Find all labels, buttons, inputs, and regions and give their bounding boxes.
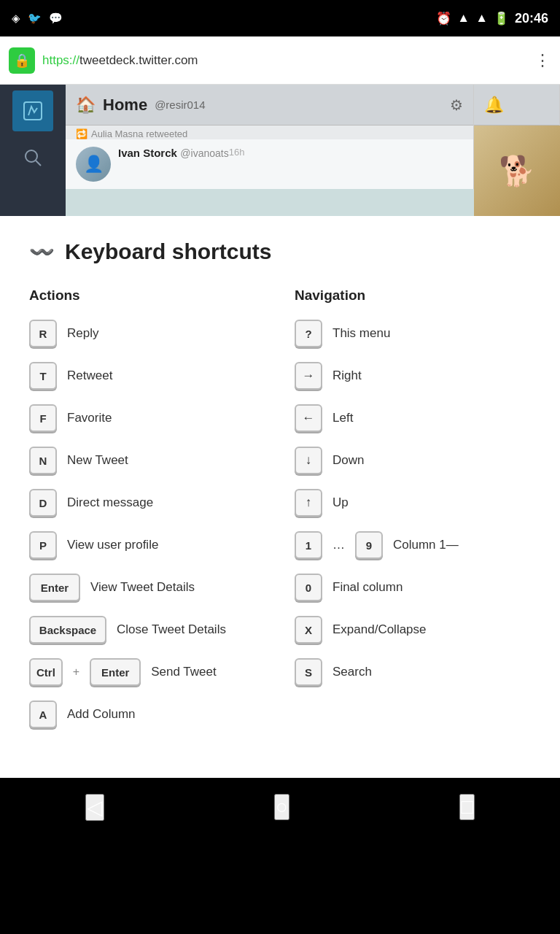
label-right: Right — [332, 368, 362, 383]
key-p: P — [29, 531, 57, 559]
label-retweet: Retweet — [67, 368, 112, 383]
tweet-author: Ivan Storck — [118, 147, 177, 159]
shortcut-retweet: T Retweet — [29, 362, 265, 390]
td-col-2: 🔔 🐕 — [474, 85, 560, 216]
chat-icon: 💬 — [49, 12, 63, 25]
key-1: 1 — [295, 531, 322, 559]
retweet-text: Aulia Masna retweeted — [91, 128, 187, 139]
shortcut-new-tweet: N New Tweet — [29, 447, 265, 474]
shortcuts-grid: Actions R Reply T Retweet F Favorite N N… — [29, 287, 531, 743]
retweet-label: 🔁 Aulia Masna retweeted — [66, 126, 473, 139]
signal-icon: ▲ — [475, 11, 488, 26]
shortcuts-title: Keyboard shortcuts — [65, 239, 271, 264]
shortcut-reply: R Reply — [29, 320, 265, 347]
label-search: Search — [332, 665, 372, 679]
back-button[interactable]: ◁ — [85, 794, 104, 821]
label-column-num: Column 1— — [393, 538, 459, 552]
td-sidebar — [0, 85, 66, 216]
shortcut-close-details: Backspace Close Tweet Details — [29, 616, 265, 644]
bottom-nav: ◁ ○ □ — [0, 778, 560, 836]
label-profile: View user profile — [67, 538, 158, 552]
shortcut-column-num: 1 … 9 Column 1— — [295, 531, 531, 559]
shortcut-send-tweet: Ctrl + Enter Send Tweet — [29, 658, 265, 686]
key-ctrl: Ctrl — [29, 658, 63, 686]
tweet-row: 👤 Ivan Storck @ivanoats 16h — [66, 139, 473, 189]
shortcut-profile: P View user profile — [29, 531, 265, 559]
status-bar: ◈ 🐦 💬 ⏰ ▲ ▲ 🔋 20:46 — [0, 0, 560, 36]
label-expand: Expand/Collapse — [332, 622, 427, 637]
shortcut-final-col: 0 Final column — [295, 574, 531, 601]
shortcut-right: → Right — [295, 362, 531, 390]
navigation-col: Navigation ? This menu → Right ← Left ↓ … — [295, 287, 531, 743]
td-col-1: 🏠 Home @resir014 ⚙ 🔁 Aulia Masna retweet… — [66, 85, 474, 189]
label-dm: Direct message — [67, 495, 153, 510]
key-question: ? — [295, 320, 322, 347]
key-r: R — [29, 320, 57, 347]
recent-button[interactable]: □ — [459, 794, 475, 820]
home-button[interactable]: ○ — [274, 794, 289, 820]
key-enter-2: Enter — [90, 658, 141, 686]
actions-col: Actions R Reply T Retweet F Favorite N N… — [29, 287, 265, 743]
col1-header: 🏠 Home @resir014 ⚙ — [66, 85, 473, 126]
col1-user: @resir014 — [155, 99, 205, 111]
alarm-icon: ⏰ — [436, 11, 451, 26]
label-favorite: Favorite — [67, 411, 112, 425]
twitter-icon: 🐦 — [28, 12, 42, 25]
label-final-col: Final column — [332, 580, 402, 595]
key-s: S — [295, 658, 322, 686]
wave-icon: 〰️ — [29, 240, 55, 264]
shortcuts-panel: 〰️ Keyboard shortcuts Actions R Reply T … — [0, 216, 560, 778]
label-reply: Reply — [67, 326, 98, 341]
label-new-tweet: New Tweet — [67, 453, 128, 468]
status-bar-left: ◈ 🐦 💬 — [12, 12, 63, 25]
shortcut-add-col: A Add Column — [29, 700, 265, 728]
key-arrow-left: ← — [295, 404, 322, 432]
tweetdeck-preview: 1 🏠 Home @resir014 ⚙ 🔁 Aulia Masna retwe… — [0, 85, 560, 216]
key-arrow-up: ↑ — [295, 489, 322, 517]
nav-section-title: Navigation — [295, 287, 531, 304]
navigate-icon: ◈ — [12, 12, 20, 25]
key-arrow-right: → — [295, 362, 322, 390]
label-close-details: Close Tweet Details — [117, 622, 226, 637]
url-domain: tweetdeck.twitter.com — [79, 53, 198, 67]
status-bar-right: ⏰ ▲ ▲ 🔋 20:46 — [436, 11, 548, 26]
browser-more-icon[interactable]: ⋮ — [534, 51, 551, 70]
col2-icon: 🔔 — [484, 96, 504, 115]
label-left: Left — [332, 411, 353, 425]
svg-line-2 — [36, 161, 41, 166]
shortcut-favorite: F Favorite — [29, 404, 265, 432]
status-time: 20:46 — [515, 11, 548, 26]
label-ellipsis: … — [332, 538, 345, 552]
col2-header: 🔔 — [474, 85, 559, 126]
key-d: D — [29, 489, 57, 517]
wifi-icon: ▲ — [457, 11, 470, 26]
col1-settings-icon[interactable]: ⚙ — [450, 96, 463, 114]
label-this-menu: This menu — [332, 326, 390, 341]
shortcut-down: ↓ Down — [295, 447, 531, 474]
key-enter: Enter — [29, 574, 80, 601]
shortcut-dm: D Direct message — [29, 489, 265, 517]
col1-title: Home — [103, 96, 147, 115]
label-send-tweet: Send Tweet — [151, 665, 216, 679]
td-search-icon[interactable] — [12, 137, 53, 178]
tweet-time: 16h — [229, 147, 245, 158]
shortcut-up: ↑ Up — [295, 489, 531, 517]
key-n: N — [29, 447, 57, 474]
tweet-content: Ivan Storck @ivanoats 16h — [118, 147, 244, 160]
shortcut-expand: X Expand/Collapse — [295, 616, 531, 644]
shortcuts-title-row: 〰️ Keyboard shortcuts — [29, 239, 531, 264]
url-bar[interactable]: https://tweetdeck.twitter.com — [42, 53, 527, 68]
tweet-avatar: 👤 — [76, 147, 111, 182]
key-a: A — [29, 700, 57, 728]
key-f: F — [29, 404, 57, 432]
td-compose-icon[interactable] — [12, 90, 53, 131]
shortcut-this-menu: ? This menu — [295, 320, 531, 347]
key-0: 0 — [295, 574, 322, 601]
key-x: X — [295, 616, 322, 644]
shortcut-search: S Search — [295, 658, 531, 686]
label-view-details: View Tweet Details — [90, 580, 195, 595]
key-9: 9 — [355, 531, 383, 559]
label-add-col: Add Column — [67, 707, 136, 722]
battery-icon: 🔋 — [494, 11, 509, 26]
label-up: Up — [332, 495, 349, 510]
